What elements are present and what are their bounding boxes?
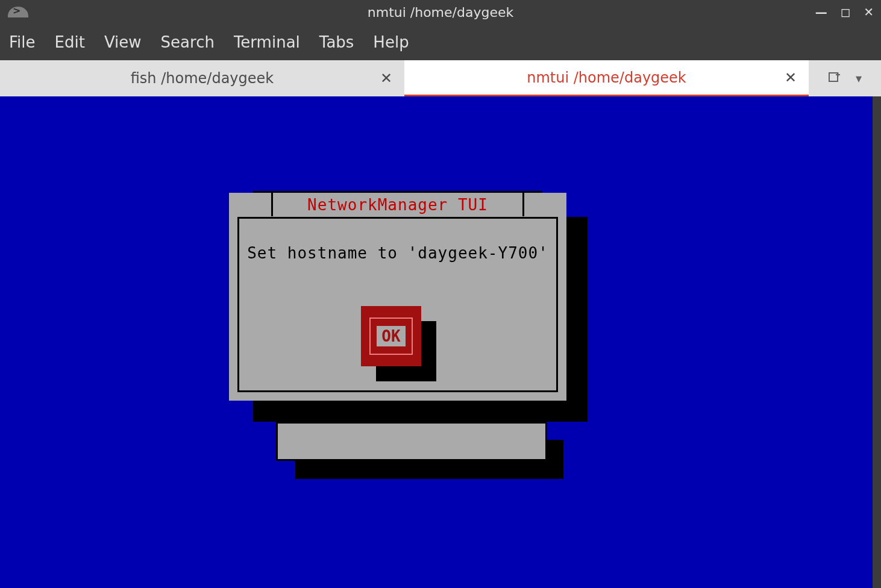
tab-label: nmtui /home/daygeek bbox=[527, 69, 686, 86]
tab-nmtui[interactable]: nmtui /home/daygeek ✕ bbox=[404, 60, 809, 96]
menu-tabs[interactable]: Tabs bbox=[319, 33, 354, 51]
new-tab-button[interactable] bbox=[828, 70, 841, 87]
window-titlebar: nmtui /home/daygeek — ◻ ✕ bbox=[0, 0, 881, 24]
ok-button-label: OK bbox=[377, 326, 405, 346]
menu-edit[interactable]: Edit bbox=[55, 33, 85, 51]
app-icon bbox=[0, 0, 36, 24]
ok-button-inner: OK bbox=[369, 317, 413, 355]
terminal-content[interactable]: NetworkManager TUI Set hostname to 'dayg… bbox=[0, 96, 881, 588]
menu-help[interactable]: Help bbox=[373, 33, 409, 51]
tab-label: fish /home/daygeek bbox=[131, 70, 274, 87]
minimize-button[interactable]: — bbox=[815, 5, 827, 19]
dialog-body: Set hostname to 'daygeek-Y700' OK bbox=[237, 217, 558, 392]
menu-view[interactable]: View bbox=[104, 33, 142, 51]
menu-search[interactable]: Search bbox=[161, 33, 215, 51]
tab-fish[interactable]: fish /home/daygeek ✕ bbox=[0, 60, 404, 96]
window-controls: — ◻ ✕ bbox=[815, 5, 874, 19]
dialog-border-notch bbox=[524, 191, 542, 203]
dialog: NetworkManager TUI Set hostname to 'dayg… bbox=[229, 193, 566, 401]
menu-file[interactable]: File bbox=[9, 33, 36, 51]
background-dialog bbox=[276, 422, 547, 461]
dialog-message: Set hostname to 'daygeek-Y700' bbox=[247, 244, 548, 262]
dialog-title-bar: NetworkManager TUI bbox=[271, 191, 524, 216]
dialog-title: NetworkManager TUI bbox=[307, 196, 488, 214]
window-title: nmtui /home/daygeek bbox=[368, 5, 513, 20]
tab-close-icon[interactable]: ✕ bbox=[380, 70, 392, 87]
scrollbar[interactable] bbox=[873, 96, 881, 588]
dialog-border-notch bbox=[253, 191, 271, 203]
menu-terminal[interactable]: Terminal bbox=[234, 33, 300, 51]
tab-dropdown-icon[interactable]: ▾ bbox=[856, 71, 862, 86]
terminal-icon bbox=[8, 7, 28, 17]
menu-bar: File Edit View Search Terminal Tabs Help bbox=[0, 24, 881, 60]
maximize-button[interactable]: ◻ bbox=[841, 5, 851, 19]
tab-bar: fish /home/daygeek ✕ nmtui /home/daygeek… bbox=[0, 60, 881, 96]
close-button[interactable]: ✕ bbox=[864, 5, 874, 19]
tab-close-icon[interactable]: ✕ bbox=[785, 69, 797, 86]
tab-extras: ▾ bbox=[809, 60, 881, 96]
ok-button[interactable]: OK bbox=[361, 306, 421, 366]
